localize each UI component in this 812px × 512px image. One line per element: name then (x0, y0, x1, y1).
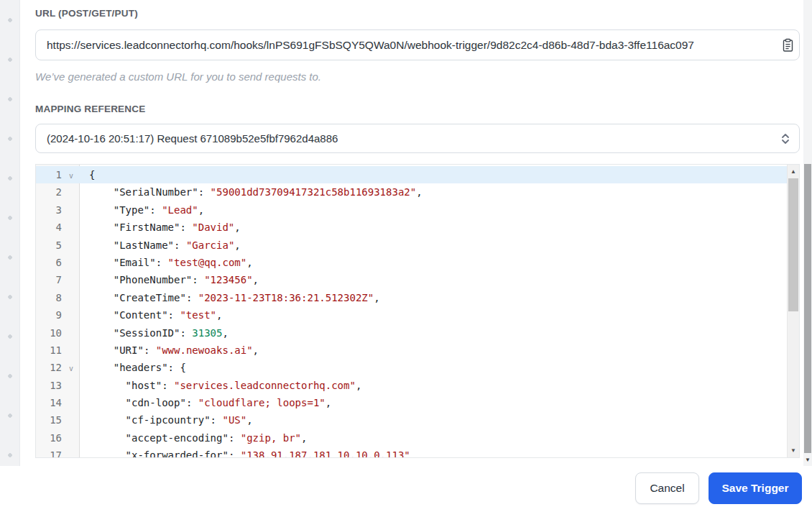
dotted-background (0, 0, 20, 466)
copy-url-icon[interactable] (782, 38, 795, 52)
line-number: 16 (37, 429, 62, 447)
mapping-reference-label: MAPPING REFERENCE (35, 104, 145, 114)
editor-scrollbar-thumb[interactable] (788, 178, 798, 311)
line-number: 4 (37, 219, 62, 236)
code-text: "LastName": "Garcia", (80, 237, 241, 254)
gutter-cell: 2 (36, 183, 80, 201)
gutter-cell: 14 (36, 394, 80, 411)
code-text: "cdn-loop": "cloudflare; loops=1", (80, 394, 331, 411)
line-number: 14 (37, 394, 62, 411)
code-text: "SerialNumber": "59001dd73709417321c58b1… (80, 183, 423, 201)
gutter-cell: 1v (36, 166, 80, 183)
code-text: "Email": "test@qq.com", (80, 254, 253, 271)
gutter-cell: 8 (36, 289, 80, 306)
gutter-cell: 11 (36, 342, 80, 359)
code-line: 4 "FirstName": "David", (36, 219, 799, 236)
select-up-down-chevrons-icon (780, 132, 790, 149)
code-line: 1v{ (36, 166, 799, 183)
line-number: 2 (37, 183, 62, 201)
fold-chevron-icon[interactable]: v (62, 360, 80, 378)
code-text: "cf-ipcountry": "US", (80, 411, 253, 429)
code-line: 2 "SerialNumber": "59001dd73709417321c58… (36, 183, 799, 201)
line-number: 8 (37, 289, 62, 306)
line-number: 9 (37, 306, 62, 324)
code-line: 12v "headers": { (36, 359, 799, 376)
code-text: { (80, 166, 95, 183)
code-line: 15 "cf-ipcountry": "US", (36, 411, 799, 429)
code-text: "PhoneNumber": "123456", (80, 271, 259, 288)
code-line: 10 "SessionID": 31305, (36, 324, 799, 342)
line-number: 15 (37, 411, 62, 429)
gutter-cell: 5 (36, 237, 80, 254)
gutter-cell: 12v (36, 359, 80, 376)
code-text: "x-forwarded-for": "138.91.187.181,10.10… (80, 447, 416, 458)
code-text: "FirstName": "David", (80, 219, 241, 236)
mapping-reference-selected-value: (2024-10-16 20:51:17) Request 671089b52e… (47, 132, 338, 145)
gutter-cell: 15 (36, 411, 80, 429)
gutter-cell: 10 (36, 324, 80, 342)
scroll-down-arrow-icon[interactable]: ▼ (788, 444, 799, 457)
line-number: 6 (37, 254, 62, 271)
request-payload-code-editor[interactable]: 1v{2 "SerialNumber": "59001dd73709417321… (35, 164, 800, 458)
line-number: 1 (37, 166, 62, 183)
code-text: "URI": "www.newoaks.ai", (80, 342, 259, 359)
code-text: "Content": "test", (80, 306, 222, 324)
line-number: 11 (37, 342, 62, 359)
modal-scrollbar-thumb[interactable] (804, 164, 811, 453)
gutter-cell: 6 (36, 254, 80, 271)
code-line: 5 "LastName": "Garcia", (36, 237, 799, 254)
code-area: 1v{2 "SerialNumber": "59001dd73709417321… (36, 166, 799, 458)
line-number: 5 (37, 237, 62, 254)
gutter-cell: 3 (36, 201, 80, 219)
code-line: 7 "PhoneNumber": "123456", (36, 271, 799, 288)
fold-chevron-icon[interactable]: v (62, 168, 80, 185)
line-number: 3 (37, 201, 62, 219)
line-number: 7 (37, 271, 62, 288)
code-line: 9 "Content": "test", (36, 306, 799, 324)
code-line: 13 "host": "services.leadconnectorhq.com… (36, 377, 799, 394)
line-number: 10 (37, 324, 62, 342)
webhook-url-input[interactable] (35, 29, 800, 60)
url-field-label: URL (POST/GET/PUT) (35, 8, 138, 19)
code-line: 16 "accept-encoding": "gzip, br", (36, 429, 799, 447)
scroll-up-arrow-icon[interactable]: ▲ (788, 165, 799, 178)
line-number: 12 (37, 359, 62, 376)
modal-vertical-scrollbar[interactable]: ▼ (803, 0, 812, 466)
code-line: 11 "URI": "www.newoaks.ai", (36, 342, 799, 359)
webhook-trigger-modal: URL (POST/GET/PUT) We’ve generated a cus… (0, 0, 812, 512)
editor-vertical-scrollbar[interactable]: ▲ ▼ (787, 165, 799, 457)
code-text: "Type": "Lead", (80, 201, 204, 219)
code-text: "SessionID": 31305, (80, 324, 229, 342)
code-line: 17 "x-forwarded-for": "138.91.187.181,10… (36, 447, 799, 458)
save-trigger-button[interactable]: Save Trigger (709, 472, 802, 504)
code-line: 8 "CreateTime": "2023-11-23T18:36:21.512… (36, 289, 799, 306)
code-text: "host": "services.leadconnectorhq.com", (80, 377, 361, 394)
gutter-cell: 13 (36, 377, 80, 394)
url-helper-text: We’ve generated a custom URL for you to … (35, 70, 321, 83)
code-text: "accept-encoding": "gzip, br", (80, 429, 307, 447)
modal-footer: Cancel Save Trigger (0, 466, 812, 512)
cancel-button[interactable]: Cancel (635, 472, 699, 504)
code-line: 6 "Email": "test@qq.com", (36, 254, 799, 271)
code-line: 3 "Type": "Lead", (36, 201, 799, 219)
mapping-reference-select[interactable]: (2024-10-16 20:51:17) Request 671089b52e… (35, 124, 800, 153)
code-text: "headers": { (80, 359, 186, 376)
gutter-cell: 9 (36, 306, 80, 324)
code-text: "CreateTime": "2023-11-23T18:36:21.51230… (80, 289, 380, 306)
gutter-cell: 17 (36, 447, 80, 458)
line-number: 13 (37, 377, 62, 394)
gutter-cell: 16 (36, 429, 80, 447)
modal-scroll-down-arrow-icon[interactable]: ▼ (803, 457, 812, 463)
gutter-cell: 4 (36, 219, 80, 236)
code-line: 14 "cdn-loop": "cloudflare; loops=1", (36, 394, 799, 411)
line-number: 17 (37, 447, 62, 458)
gutter-cell: 7 (36, 271, 80, 288)
